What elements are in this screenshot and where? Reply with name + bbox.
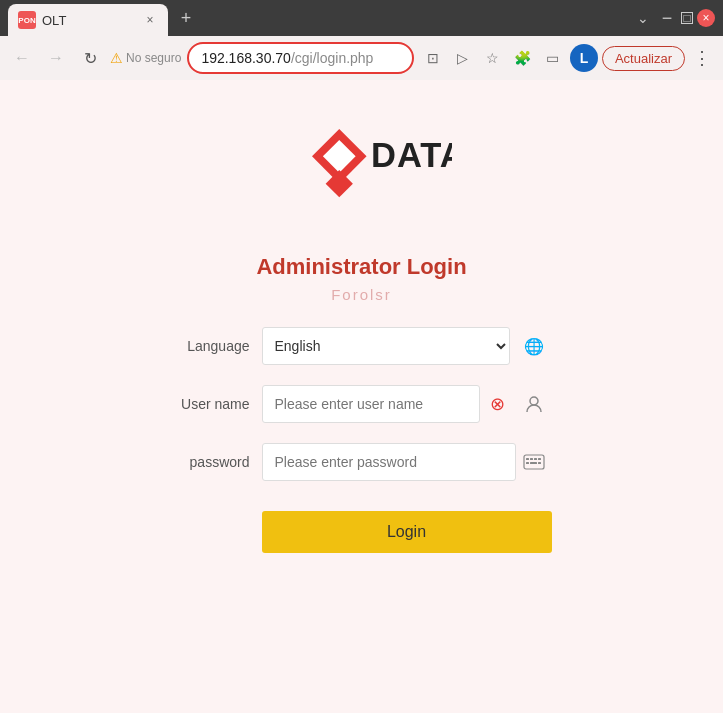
tab-favicon: PON <box>18 11 36 29</box>
forward-button[interactable]: → <box>42 44 70 72</box>
more-options-button[interactable]: ⋮ <box>689 47 715 69</box>
svg-rect-10 <box>526 462 529 464</box>
window-close-button[interactable]: × <box>697 9 715 27</box>
maximize-button[interactable]: □ <box>681 12 693 24</box>
qr-icon[interactable]: ⊡ <box>420 45 446 71</box>
page-content: DATA Administrator Login Forolsr Languag… <box>0 80 723 713</box>
globe-icon: 🌐 <box>516 328 552 364</box>
cast-icon[interactable]: ▷ <box>450 45 476 71</box>
reload-button[interactable]: ↻ <box>76 44 104 72</box>
svg-point-4 <box>530 397 538 405</box>
svg-text:DATA: DATA <box>371 136 452 174</box>
address-input[interactable]: 192.168.30.70 /cgi/login.php <box>187 42 414 74</box>
profile-button[interactable]: L <box>570 44 598 72</box>
svg-rect-9 <box>538 458 541 460</box>
keyboard-icon[interactable] <box>516 444 552 480</box>
dropdown-button[interactable]: ⌄ <box>633 8 653 28</box>
active-tab[interactable]: PON OLT × <box>8 4 168 36</box>
tab-close-button[interactable]: × <box>142 12 158 28</box>
svg-rect-12 <box>538 462 541 464</box>
extension-icon[interactable]: 🧩 <box>510 45 536 71</box>
svg-rect-7 <box>530 458 533 460</box>
username-label: User name <box>172 396 262 412</box>
username-row: User name ⊗ <box>172 385 552 423</box>
clear-icon[interactable]: ⊗ <box>480 386 516 422</box>
tab-title: OLT <box>42 13 136 28</box>
password-row: password <box>172 443 552 481</box>
tab-controls: ⌄ − □ × <box>633 8 715 28</box>
username-input-wrapper <box>262 385 480 423</box>
address-bar: ← → ↻ ⚠ No seguro 192.168.30.70 /cgi/log… <box>0 36 723 80</box>
address-url-main: 192.168.30.70 <box>201 50 291 66</box>
watermark-text: Forolsr <box>331 286 392 303</box>
login-button[interactable]: Login <box>262 511 552 553</box>
login-row: Login <box>262 501 552 553</box>
new-tab-button[interactable]: + <box>172 4 200 32</box>
password-label: password <box>172 454 262 470</box>
language-label: Language <box>172 338 262 354</box>
svg-rect-8 <box>534 458 537 460</box>
cdata-logo: DATA <box>272 120 452 220</box>
password-input-wrapper <box>262 443 516 481</box>
security-warning: ⚠ No seguro <box>110 50 181 66</box>
address-actions: ⊡ ▷ ☆ 🧩 ▭ L Actualizar ⋮ <box>420 44 715 72</box>
svg-rect-6 <box>526 458 529 460</box>
back-button[interactable]: ← <box>8 44 36 72</box>
svg-rect-11 <box>530 462 537 464</box>
username-input[interactable] <box>271 396 479 412</box>
page-title: Administrator Login <box>256 254 466 280</box>
bookmark-icon[interactable]: ☆ <box>480 45 506 71</box>
logo-container: DATA <box>272 120 452 224</box>
split-view-icon[interactable]: ▭ <box>540 45 566 71</box>
language-row: Language English Chinese 🌐 <box>172 327 552 365</box>
user-icon <box>516 386 552 422</box>
minimize-button[interactable]: − <box>657 8 677 28</box>
warning-triangle-icon: ⚠ <box>110 50 123 66</box>
language-select-wrapper: English Chinese <box>262 327 510 365</box>
login-form: Language English Chinese 🌐 User name ⊗ <box>172 327 552 573</box>
language-select[interactable]: English Chinese <box>263 328 509 364</box>
address-url-rest: /cgi/login.php <box>291 50 374 66</box>
tab-bar: PON OLT × + ⌄ − □ × <box>0 0 723 36</box>
browser-chrome: PON OLT × + ⌄ − □ × ← → ↻ ⚠ No seguro 19… <box>0 0 723 80</box>
password-input[interactable] <box>271 454 515 470</box>
update-button[interactable]: Actualizar <box>602 46 685 71</box>
